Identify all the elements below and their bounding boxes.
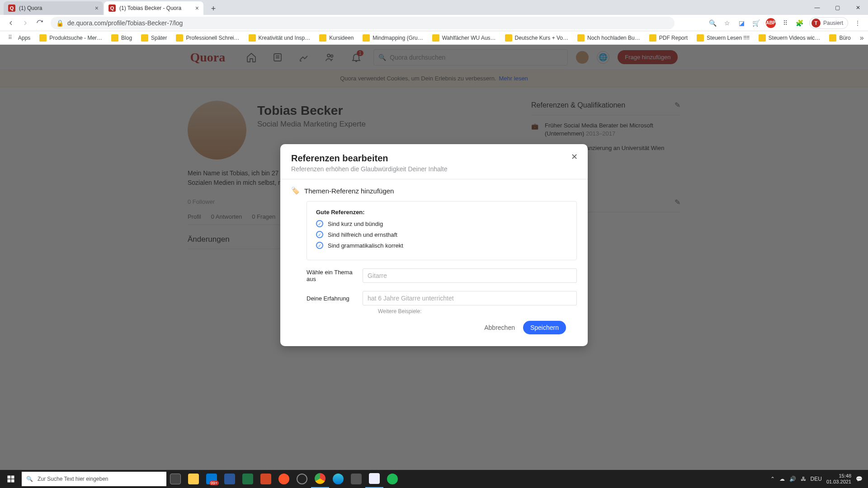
folder-icon <box>829 34 836 42</box>
close-icon[interactable]: × <box>95 5 99 12</box>
profile-state: Pausiert <box>823 20 843 26</box>
notepad-icon[interactable] <box>365 470 383 488</box>
folder-icon <box>432 34 439 42</box>
topic-input[interactable] <box>363 268 577 283</box>
obs-icon[interactable] <box>293 470 311 488</box>
system-tray: ⌃ ☁ 🔊 🖧 DEU 15:48 01.03.2021 💬 <box>770 473 868 485</box>
bookmark-item[interactable]: PDF Report <box>646 33 691 43</box>
folder-icon <box>39 34 47 42</box>
topic-icon: 🏷️ <box>291 187 300 195</box>
experience-input[interactable] <box>363 291 577 305</box>
excel-icon[interactable] <box>239 470 257 488</box>
tray-language[interactable]: DEU <box>811 476 822 482</box>
browser-tabstrip: Q (1) Quora × Q (1) Tobias Becker - Quor… <box>0 0 868 15</box>
powerpoint-icon[interactable] <box>257 470 275 488</box>
more-examples-label: Weitere Beispiele: <box>378 308 577 314</box>
bookmark-item[interactable]: Büro <box>826 33 854 43</box>
folder-icon <box>141 34 148 42</box>
extensions-puzzle-icon[interactable]: 🧩 <box>795 18 805 28</box>
url-text: de.quora.com/profile/Tobias-Becker-7/log <box>67 19 183 27</box>
tray-cloud-icon[interactable]: ☁ <box>779 476 785 482</box>
nav-reload-button[interactable] <box>33 17 46 29</box>
add-topic-heading: 🏷️ Themen-Referenz hinzufügen <box>291 187 577 195</box>
bookmarks-overflow[interactable]: » <box>856 32 868 44</box>
bookmark-item[interactable]: Kursideen <box>316 33 357 43</box>
bookmark-item[interactable]: Deutsche Kurs + Vo… <box>501 33 572 43</box>
folder-icon <box>577 34 585 42</box>
apps-icon: ⠿ <box>8 34 15 42</box>
nav-forward-button[interactable] <box>19 17 32 29</box>
extension-cart-icon[interactable]: 🛒 <box>751 18 761 28</box>
folder-icon <box>249 34 256 42</box>
address-bar[interactable]: 🔒 de.quora.com/profile/Tobias-Becker-7/l… <box>51 17 675 29</box>
start-button[interactable] <box>0 470 22 488</box>
browser-tab-active[interactable]: Q (1) Tobias Becker - Quora × <box>104 1 203 15</box>
tray-wifi-icon[interactable]: 🖧 <box>801 476 806 482</box>
bookmark-item[interactable]: Später <box>137 33 170 43</box>
apps-button[interactable]: ⠿Apps <box>5 33 34 43</box>
edit-credentials-modal: Referenzen bearbeiten Referenzen erhöhen… <box>280 144 588 346</box>
bookmark-item[interactable]: Steuern Videos wic… <box>755 33 824 43</box>
window-close[interactable]: ✕ <box>848 0 868 15</box>
modal-overlay[interactable]: Referenzen bearbeiten Referenzen erhöhen… <box>0 45 868 470</box>
nav-back-button[interactable] <box>5 17 17 29</box>
extension-qr-icon[interactable]: ⠿ <box>780 18 790 28</box>
mail-icon[interactable]: 99+ <box>203 470 221 488</box>
tip-item: ✓Sind kurz und bündig <box>316 220 567 227</box>
modal-subtitle: Referenzen erhöhen die Glaubwürdigkeit D… <box>291 165 577 173</box>
svg-rect-6 <box>11 479 14 483</box>
bookmark-item[interactable]: Mindmapping (Gru… <box>359 33 426 43</box>
browser-tab[interactable]: Q (1) Quora × <box>4 1 103 15</box>
task-view-icon[interactable] <box>166 470 184 488</box>
tray-clock[interactable]: 15:48 01.03.2021 <box>826 473 851 485</box>
word-icon[interactable] <box>221 470 239 488</box>
check-icon: ✓ <box>316 242 323 249</box>
close-icon[interactable]: × <box>195 5 199 12</box>
brave-icon[interactable] <box>275 470 293 488</box>
taskbar-search[interactable]: 🔍 Zur Suche Text hier eingeben <box>22 472 166 486</box>
cancel-button[interactable]: Abbrechen <box>484 324 515 331</box>
bookmark-item[interactable]: Kreativität und Insp… <box>245 33 314 43</box>
experience-label: Deine Erfahrung <box>291 295 354 302</box>
chrome-icon[interactable] <box>311 470 329 488</box>
reader-icon[interactable] <box>347 470 365 488</box>
bookmark-item[interactable]: Wahlfächer WU Aus… <box>429 33 500 43</box>
check-icon: ✓ <box>316 231 323 238</box>
window-controls: — ▢ ✕ <box>807 0 868 15</box>
profile-avatar-icon: T <box>811 19 821 28</box>
edge-icon[interactable] <box>329 470 347 488</box>
folder-icon <box>505 34 512 42</box>
tip-item: ✓Sind hilfreich und ernsthaft <box>316 231 567 238</box>
browser-menu-icon[interactable]: ⋮ <box>853 18 863 28</box>
extension-icon[interactable]: ◪ <box>737 18 747 28</box>
bookmark-item[interactable]: Steuern Lesen !!!! <box>693 33 753 43</box>
zoom-icon[interactable]: 🔍 <box>708 18 718 28</box>
modal-close-button[interactable]: ✕ <box>568 150 580 163</box>
tab-title: (1) Quora <box>19 5 42 11</box>
folder-icon <box>111 34 118 42</box>
topic-label: Wähle ein Thema aus <box>291 269 354 282</box>
tray-volume-icon[interactable]: 🔊 <box>789 476 796 482</box>
svg-rect-3 <box>8 476 11 479</box>
tray-chevron-icon[interactable]: ⌃ <box>770 476 775 482</box>
tray-notifications-icon[interactable]: 💬 <box>856 476 863 482</box>
adblock-icon[interactable]: ABP <box>766 18 776 28</box>
lock-icon: 🔒 <box>56 19 64 27</box>
modal-title: Referenzen bearbeiten <box>291 153 577 164</box>
bookmark-item[interactable]: Blog <box>108 33 136 43</box>
bookmark-star-icon[interactable]: ☆ <box>722 18 732 28</box>
bookmark-item[interactable]: Noch hochladen Bu… <box>574 33 644 43</box>
bookmark-item[interactable]: Produktsuche - Mer… <box>36 33 106 43</box>
folder-icon <box>697 34 704 42</box>
folder-icon <box>319 34 326 42</box>
window-minimize[interactable]: — <box>807 0 827 15</box>
explorer-icon[interactable] <box>184 470 203 488</box>
windows-taskbar: 🔍 Zur Suche Text hier eingeben 99+ ⌃ ☁ 🔊… <box>0 470 868 488</box>
browser-profile-button[interactable]: T Pausiert <box>809 17 848 29</box>
save-button[interactable]: Speichern <box>523 321 566 334</box>
window-maximize[interactable]: ▢ <box>827 0 848 15</box>
new-tab-button[interactable]: + <box>207 2 220 15</box>
spotify-icon[interactable] <box>383 470 401 488</box>
bookmark-item[interactable]: Professionell Schrei… <box>172 33 243 43</box>
taskbar-search-placeholder: Zur Suche Text hier eingeben <box>38 476 108 482</box>
